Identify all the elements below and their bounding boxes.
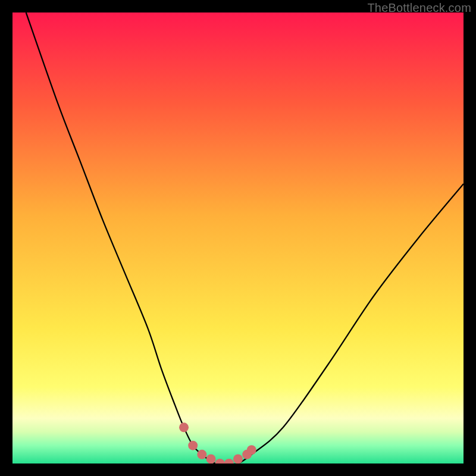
watermark-text: TheBottleneck.com	[367, 1, 471, 15]
bottleneck-chart	[12, 12, 464, 464]
chart-background	[12, 12, 464, 464]
trough-dot	[206, 454, 216, 464]
trough-dot	[247, 445, 256, 455]
trough-dot	[233, 454, 243, 464]
chart-frame: TheBottleneck.com	[0, 0, 476, 476]
trough-dot	[179, 422, 189, 432]
trough-dot	[197, 450, 206, 459]
plot-area	[12, 12, 464, 464]
trough-dot	[188, 441, 198, 450]
